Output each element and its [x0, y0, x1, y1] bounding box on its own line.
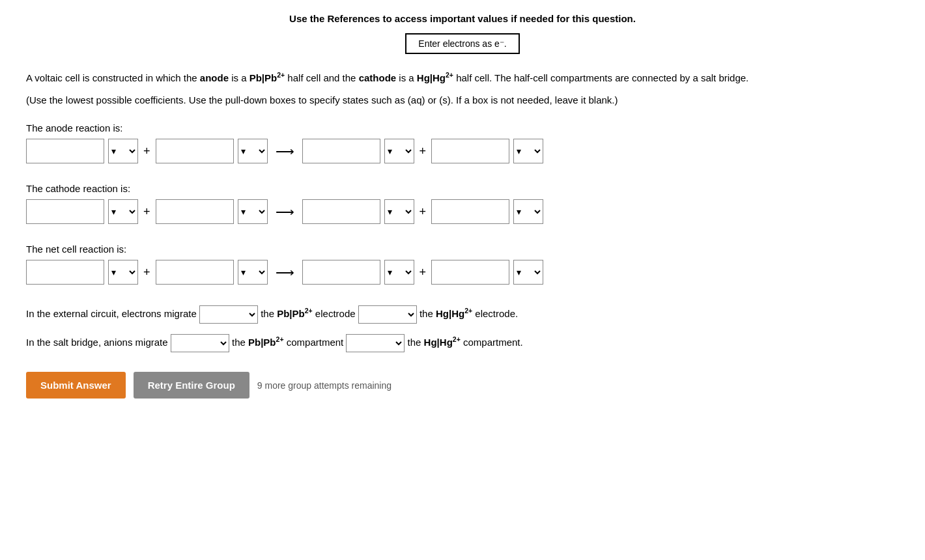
net-plus2: +	[418, 266, 428, 279]
net-arrow: ⟶	[272, 264, 298, 280]
cathode-reactant1-state[interactable]: ▾ (aq) (s) (l) (g)	[108, 199, 138, 224]
external-text3: the Hg|Hg2+ electrode.	[420, 308, 518, 319]
net-product2-state[interactable]: ▾ (aq) (s) (l) (g)	[513, 260, 543, 285]
anode-cell: Pb|Pb2+	[249, 72, 285, 83]
external-circuit-row: In the external circuit, electrons migra…	[26, 304, 899, 324]
cathode-plus1: +	[142, 205, 152, 219]
anode-reaction-row: ▾ (aq) (s) (l) (g) + ▾ (aq) (s) (l) (g) …	[26, 139, 899, 163]
anode-reactant2-state[interactable]: ▾ (aq) (s) (l) (g)	[238, 139, 268, 163]
cathode-arrow: ⟶	[272, 204, 298, 219]
anode-reactant1-input[interactable]	[26, 139, 104, 163]
submit-button[interactable]: Submit Answer	[26, 372, 126, 399]
anode-product1-state[interactable]: ▾ (aq) (s) (l) (g)	[384, 139, 414, 163]
net-product2-input[interactable]	[431, 260, 509, 285]
cathode-product2-state[interactable]: ▾ (aq) (s) (l) (g)	[513, 199, 543, 224]
anode-reactant2-input[interactable]	[156, 139, 234, 163]
salt-text1: In the salt bridge, anions migrate	[26, 337, 168, 348]
anode-plus2: +	[418, 145, 428, 158]
cathode-reactant1-input[interactable]	[26, 199, 104, 224]
cathode-label-text: The cathode reaction is:	[26, 183, 899, 194]
net-reaction-row: ▾ (aq) (s) (l) (g) + ▾ (aq) (s) (l) (g) …	[26, 260, 899, 285]
cathode-product1-state[interactable]: ▾ (aq) (s) (l) (g)	[384, 199, 414, 224]
net-plus1: +	[142, 266, 152, 279]
retry-button[interactable]: Retry Entire Group	[134, 372, 249, 399]
salt-migrate-select1[interactable]: to from	[171, 334, 229, 352]
coefficient-instruction: (Use the lowest possible coefficients. U…	[26, 92, 899, 108]
anode-arrow: ⟶	[272, 143, 298, 159]
anode-label: anode	[200, 72, 229, 83]
cathode-label: cathode	[359, 72, 397, 83]
electron-note-box: Enter electrons as e⁻.	[405, 33, 519, 54]
cathode-reaction-row: ▾ (aq) (s) (l) (g) + ▾ (aq) (s) (l) (g) …	[26, 199, 899, 224]
cathode-reactant2-state[interactable]: ▾ (aq) (s) (l) (g)	[238, 199, 268, 224]
net-reactant1-input[interactable]	[26, 260, 104, 285]
external-migrate-select2[interactable]: to from	[358, 305, 417, 324]
external-text2: the Pb|Pb2+ electrode	[261, 308, 358, 319]
cathode-plus2: +	[418, 205, 428, 219]
anode-plus1: +	[142, 145, 152, 158]
electron-note-text: Enter electrons as e⁻.	[418, 38, 506, 49]
anode-product2-state[interactable]: ▾ (aq) (s) (l) (g)	[513, 139, 543, 163]
anode-section: The anode reaction is: ▾ (aq) (s) (l) (g…	[26, 122, 899, 163]
attempts-text: 9 more group attempts remaining	[257, 380, 391, 391]
net-reactant1-state[interactable]: ▾ (aq) (s) (l) (g)	[108, 260, 138, 285]
salt-text2: the Pb|Pb2+ compartment	[232, 337, 346, 348]
intro-paragraph: A voltaic cell is constructed in which t…	[26, 70, 899, 86]
top-instruction: Use the References to access important v…	[26, 13, 899, 24]
bottom-buttons-row: Submit Answer Retry Entire Group 9 more …	[26, 372, 899, 399]
salt-bridge-row: In the salt bridge, anions migrate to fr…	[26, 333, 899, 352]
net-section: The net cell reaction is: ▾ (aq) (s) (l)…	[26, 244, 899, 285]
external-migrate-select1[interactable]: to from	[199, 305, 258, 324]
cathode-product1-input[interactable]	[302, 199, 380, 224]
net-product1-input[interactable]	[302, 260, 380, 285]
cathode-section: The cathode reaction is: ▾ (aq) (s) (l) …	[26, 183, 899, 224]
cathode-product2-input[interactable]	[431, 199, 509, 224]
salt-text3: the Hg|Hg2+ compartment.	[408, 337, 523, 348]
cathode-reactant2-input[interactable]	[156, 199, 234, 224]
salt-migrate-select2[interactable]: to from	[346, 334, 405, 352]
net-reactant2-input[interactable]	[156, 260, 234, 285]
anode-product1-input[interactable]	[302, 139, 380, 163]
cathode-cell: Hg|Hg2+	[417, 72, 453, 83]
net-reactant2-state[interactable]: ▾ (aq) (s) (l) (g)	[238, 260, 268, 285]
anode-product2-input[interactable]	[431, 139, 509, 163]
net-label-text: The net cell reaction is:	[26, 244, 899, 255]
anode-label-text: The anode reaction is:	[26, 122, 899, 133]
anode-reactant1-state[interactable]: ▾ (aq) (s) (l) (g)	[108, 139, 138, 163]
net-product1-state[interactable]: ▾ (aq) (s) (l) (g)	[384, 260, 414, 285]
external-text1: In the external circuit, electrons migra…	[26, 308, 197, 319]
